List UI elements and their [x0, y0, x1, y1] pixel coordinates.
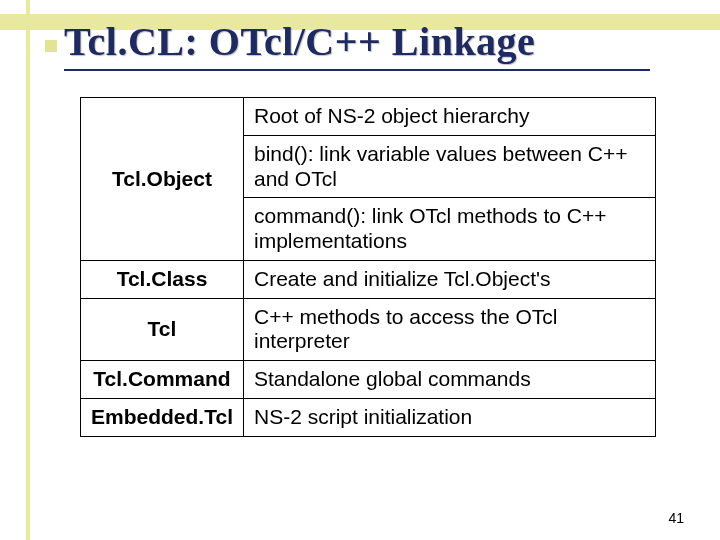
cell-desc-tclclass: Create and initialize Tcl.Object's — [243, 260, 655, 298]
accent-square — [45, 40, 57, 52]
cell-desc-bind: bind(): link variable values between C++… — [243, 135, 655, 198]
cell-label-tclcommand: Tcl.Command — [81, 361, 244, 399]
cell-label-tclobject: Tcl.Object — [81, 98, 244, 261]
table-row: Embedded.Tcl NS-2 script initialization — [81, 398, 656, 436]
cell-desc-root: Root of NS-2 object hierarchy — [243, 98, 655, 136]
slide-body: Tcl.CL: OTcl/C++ Linkage Tcl.Object Root… — [0, 0, 720, 437]
table-row: Tcl.Object Root of NS-2 object hierarchy — [81, 98, 656, 136]
table-row: Tcl.Command Standalone global commands — [81, 361, 656, 399]
table-row: Tcl C++ methods to access the OTcl inter… — [81, 298, 656, 361]
page-number: 41 — [668, 510, 684, 526]
cell-label-tclclass: Tcl.Class — [81, 260, 244, 298]
cell-desc-command: command(): link OTcl methods to C++ impl… — [243, 198, 655, 261]
slide-title: Tcl.CL: OTcl/C++ Linkage — [64, 18, 680, 65]
cell-desc-embeddedtcl: NS-2 script initialization — [243, 398, 655, 436]
cell-label-embeddedtcl: Embedded.Tcl — [81, 398, 244, 436]
cell-label-tcl: Tcl — [81, 298, 244, 361]
table-row: Tcl.Class Create and initialize Tcl.Obje… — [81, 260, 656, 298]
title-underline — [64, 69, 650, 71]
linkage-table: Tcl.Object Root of NS-2 object hierarchy… — [80, 97, 656, 437]
cell-desc-tclcommand: Standalone global commands — [243, 361, 655, 399]
cell-desc-tcl: C++ methods to access the OTcl interpret… — [243, 298, 655, 361]
